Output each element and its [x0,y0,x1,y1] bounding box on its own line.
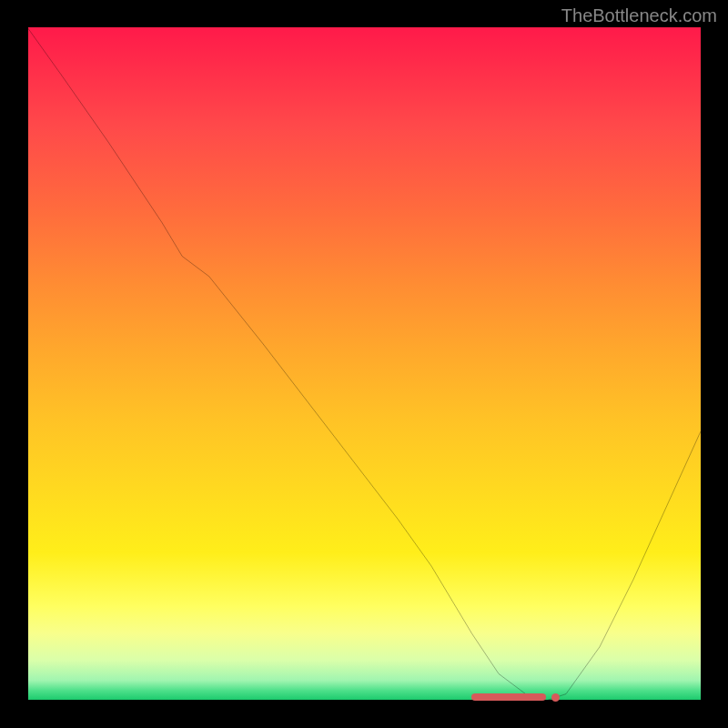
chart-curve [27,27,701,701]
watermark-text: TheBottleneck.com [561,5,717,26]
optimal-range-bar [471,693,545,701]
bottleneck-curve [27,27,701,701]
